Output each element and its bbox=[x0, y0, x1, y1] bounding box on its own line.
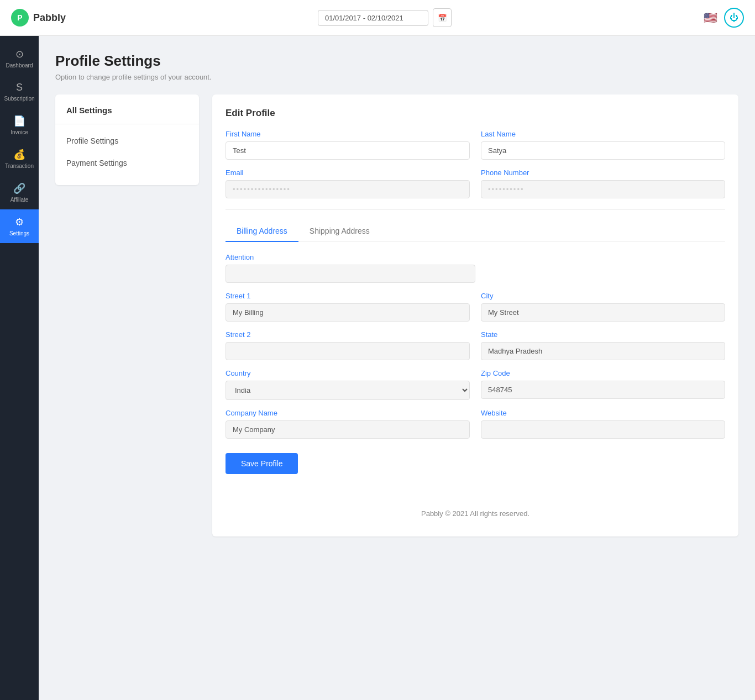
address-tabs: Billing Address Shipping Address bbox=[226, 221, 725, 242]
sidebar-item-settings[interactable]: ⚙ Settings bbox=[0, 209, 39, 243]
first-name-input[interactable] bbox=[226, 141, 470, 160]
last-name-label: Last Name bbox=[481, 130, 725, 138]
top-header: P Pabbly 📅 🇺🇸 ⏻ bbox=[0, 0, 755, 36]
sidebar-label-dashboard: Dashboard bbox=[6, 62, 33, 69]
attention-group: Attention bbox=[226, 253, 475, 283]
phone-label: Phone Number bbox=[481, 169, 725, 177]
power-button[interactable]: ⏻ bbox=[724, 8, 744, 28]
zip-group: Zip Code bbox=[481, 369, 725, 400]
company-group: Company Name bbox=[226, 409, 470, 439]
phone-input[interactable] bbox=[481, 180, 725, 198]
nav-payment-settings[interactable]: Payment Settings bbox=[55, 152, 199, 174]
sidebar-label-settings: Settings bbox=[9, 230, 29, 236]
affiliate-icon: 🔗 bbox=[13, 182, 25, 194]
street1-input[interactable] bbox=[226, 303, 470, 322]
website-label: Website bbox=[481, 409, 725, 417]
email-group: Email bbox=[226, 169, 470, 198]
email-input[interactable] bbox=[226, 180, 470, 198]
country-label: Country bbox=[226, 369, 470, 377]
sidebar-label-affiliate: Affiliate bbox=[11, 197, 29, 203]
city-input[interactable] bbox=[481, 303, 725, 322]
sidebar-item-dashboard[interactable]: ⊙ Dashboard bbox=[0, 41, 39, 75]
calendar-button[interactable]: 📅 bbox=[433, 8, 452, 27]
power-icon: ⏻ bbox=[730, 13, 738, 23]
state-group: State bbox=[481, 330, 725, 360]
street1-label: Street 1 bbox=[226, 292, 470, 300]
settings-panel: All Settings Profile Settings Payment Se… bbox=[55, 94, 199, 185]
settings-icon: ⚙ bbox=[15, 216, 24, 228]
flag-icon: 🇺🇸 bbox=[704, 11, 717, 24]
subscription-icon: S bbox=[16, 82, 23, 93]
website-input[interactable] bbox=[481, 420, 725, 439]
street2-input[interactable] bbox=[226, 342, 470, 360]
state-label: State bbox=[481, 330, 725, 339]
sidebar-label-subscription: Subscription bbox=[4, 96, 34, 102]
calendar-icon: 📅 bbox=[438, 14, 447, 22]
street1-group: Street 1 bbox=[226, 292, 470, 322]
sidebar-item-transaction[interactable]: 💰 Transaction bbox=[0, 142, 39, 176]
attention-row: Attention bbox=[226, 253, 725, 283]
company-input[interactable] bbox=[226, 420, 470, 439]
main-content: Profile Settings Option to change profil… bbox=[39, 36, 755, 700]
zip-label: Zip Code bbox=[481, 369, 725, 377]
company-label: Company Name bbox=[226, 409, 470, 417]
invoice-icon: 📄 bbox=[13, 115, 25, 127]
attention-input[interactable] bbox=[226, 265, 475, 283]
city-group: City bbox=[481, 292, 725, 322]
section-divider bbox=[226, 209, 725, 210]
logo-text: Pabbly bbox=[33, 12, 66, 24]
footer: Pabbly © 2021 All rights reserved. bbox=[226, 496, 725, 523]
dashboard-icon: ⊙ bbox=[15, 48, 24, 60]
sidebar-label-transaction: Transaction bbox=[5, 163, 34, 169]
nav-profile-settings[interactable]: Profile Settings bbox=[55, 130, 199, 152]
transaction-icon: 💰 bbox=[13, 149, 25, 161]
sidebar-item-invoice[interactable]: 📄 Invoice bbox=[0, 108, 39, 142]
settings-panel-title: All Settings bbox=[55, 106, 199, 124]
footer-text: Pabbly © 2021 All rights reserved. bbox=[421, 509, 529, 518]
logo-icon: P bbox=[11, 9, 29, 27]
name-row: First Name Last Name bbox=[226, 130, 725, 160]
street1-city-row: Street 1 City bbox=[226, 292, 725, 322]
tab-shipping-address[interactable]: Shipping Address bbox=[298, 221, 381, 242]
page-title: Profile Settings bbox=[55, 52, 738, 70]
email-label: Email bbox=[226, 169, 470, 177]
sidebar-label-invoice: Invoice bbox=[11, 129, 28, 135]
company-website-row: Company Name Website bbox=[226, 409, 725, 439]
street2-label: Street 2 bbox=[226, 330, 470, 339]
contact-row: Email Phone Number bbox=[226, 169, 725, 198]
header-right: 🇺🇸 ⏻ bbox=[704, 8, 744, 28]
last-name-input[interactable] bbox=[481, 141, 725, 160]
first-name-group: First Name bbox=[226, 130, 470, 160]
edit-panel: Edit Profile First Name Last Name Email bbox=[212, 94, 738, 536]
logo: P Pabbly bbox=[11, 9, 66, 27]
country-select[interactable]: India United States United Kingdom bbox=[226, 381, 470, 400]
edit-panel-title: Edit Profile bbox=[226, 108, 725, 119]
sidebar-item-affiliate[interactable]: 🔗 Affiliate bbox=[0, 176, 39, 209]
sidebar-item-subscription[interactable]: S Subscription bbox=[0, 75, 39, 108]
page-subtitle: Option to change profile settings of you… bbox=[55, 73, 738, 81]
website-group: Website bbox=[481, 409, 725, 439]
country-zip-row: Country India United States United Kingd… bbox=[226, 369, 725, 400]
city-label: City bbox=[481, 292, 725, 300]
tab-billing-address[interactable]: Billing Address bbox=[226, 221, 298, 242]
sidebar: ⊙ Dashboard S Subscription 📄 Invoice 💰 T… bbox=[0, 36, 39, 700]
content-area: All Settings Profile Settings Payment Se… bbox=[55, 94, 738, 536]
zip-input[interactable] bbox=[481, 381, 725, 399]
country-group: Country India United States United Kingd… bbox=[226, 369, 470, 400]
save-profile-button[interactable]: Save Profile bbox=[226, 453, 298, 474]
first-name-label: First Name bbox=[226, 130, 470, 138]
phone-group: Phone Number bbox=[481, 169, 725, 198]
attention-label: Attention bbox=[226, 253, 475, 261]
header-center: 📅 bbox=[318, 8, 452, 27]
street2-state-row: Street 2 State bbox=[226, 330, 725, 360]
last-name-group: Last Name bbox=[481, 130, 725, 160]
date-range-input[interactable] bbox=[318, 10, 428, 26]
street2-group: Street 2 bbox=[226, 330, 470, 360]
state-input[interactable] bbox=[481, 342, 725, 360]
